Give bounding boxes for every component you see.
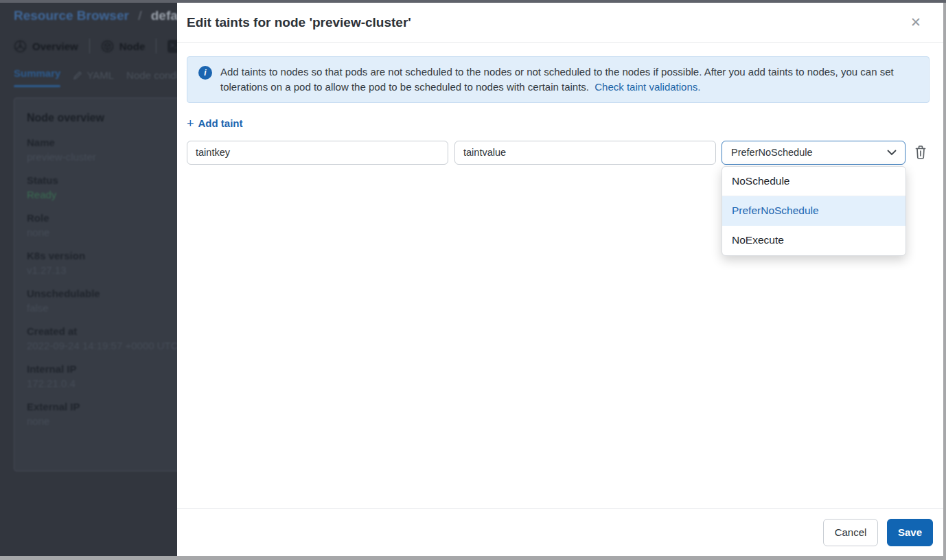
banner-message: Add taints to nodes so that pods are not… (220, 66, 894, 93)
taint-row: PreferNoSchedule NoSchedule PreferNoSche… (187, 141, 930, 165)
node-cube-icon (101, 40, 114, 53)
tab-overview[interactable]: Overview (14, 40, 78, 53)
taint-effect-selected-value: PreferNoSchedule (731, 147, 813, 158)
subtab-node-conditions[interactable]: Node conditions (126, 69, 177, 81)
add-taint-label: Add taint (198, 117, 243, 129)
field-value: preview-cluster (27, 151, 177, 163)
field-row: External IP none (27, 401, 177, 427)
subtab-yaml-label: YAML (86, 69, 114, 81)
pencil-icon (73, 71, 82, 80)
terminal-icon: >_ (168, 40, 177, 53)
cancel-button[interactable]: Cancel (823, 519, 878, 546)
field-row: Internal IP 172.21.0.4 (27, 363, 177, 389)
tab-terminal[interactable]: >_ (168, 40, 177, 53)
field-value: none (27, 415, 177, 427)
overview-icon (14, 40, 27, 53)
taint-key-input[interactable] (187, 141, 448, 165)
screen: Resource Browser / default Overview Node (0, 0, 946, 560)
info-icon: i (198, 66, 212, 80)
breadcrumb-separator: / (138, 8, 141, 23)
field-label: External IP (27, 401, 177, 412)
resource-tabs: Overview Node >_ (14, 38, 177, 54)
field-label: Name (27, 137, 177, 148)
field-value: false (27, 302, 177, 314)
field-value: Ready (27, 189, 177, 200)
field-row: Status Ready (27, 174, 177, 200)
edit-taints-modal: Edit taints for node 'preview-cluster' ✕… (177, 3, 943, 556)
add-taint-button[interactable]: + Add taint (187, 117, 243, 130)
info-banner: i Add taints to nodes so that pods are n… (187, 56, 930, 103)
breadcrumb-resource-browser-link[interactable]: Resource Browser (14, 8, 129, 23)
delete-taint-button[interactable] (912, 143, 930, 162)
close-icon[interactable]: ✕ (908, 13, 924, 32)
breadcrumb-current: default (151, 8, 177, 23)
modal-body: i Add taints to nodes so that pods are n… (177, 43, 943, 508)
field-value: 2022-09-24 14:19:57 +0000 UTC (27, 340, 177, 351)
field-row: Name preview-cluster (27, 137, 177, 163)
field-value: v1.27.13 (27, 264, 177, 276)
field-label: K8s version (27, 250, 177, 261)
node-overview-title: Node overview (27, 112, 177, 124)
tab-node[interactable]: Node (101, 40, 146, 53)
breadcrumb: Resource Browser / default (14, 8, 177, 23)
subtab-summary[interactable]: Summary (14, 67, 60, 83)
field-row: K8s version v1.27.13 (27, 250, 177, 276)
field-row: Role none (27, 212, 177, 238)
taint-effect-select[interactable]: PreferNoSchedule (722, 141, 905, 165)
modal-title: Edit taints for node 'preview-cluster' (187, 15, 411, 30)
field-label: Role (27, 212, 177, 224)
check-taint-validations-link[interactable]: Check taint validations. (595, 81, 700, 93)
window-top-edge (0, 0, 946, 3)
field-value: 172.21.0.4 (27, 377, 177, 389)
tab-node-label: Node (119, 40, 146, 52)
banner-text: Add taints to nodes so that pods are not… (220, 65, 918, 95)
subtab-yaml[interactable]: YAML (73, 69, 114, 81)
plus-icon: + (187, 117, 194, 130)
field-value: none (27, 226, 177, 238)
tab-divider (156, 38, 157, 54)
trash-icon (913, 144, 928, 161)
tab-divider (89, 38, 90, 54)
dropdown-option[interactable]: NoExecute (722, 226, 905, 255)
save-button[interactable]: Save (887, 519, 933, 546)
dimmed-background-page: Resource Browser / default Overview Node (0, 1, 177, 556)
modal-footer: Cancel Save (177, 508, 943, 556)
field-label: Created at (27, 325, 177, 337)
tab-overview-label: Overview (32, 40, 78, 52)
taint-effect-dropdown: NoSchedule PreferNoSchedule NoExecute (722, 166, 906, 256)
field-label: Status (27, 174, 177, 186)
modal-header: Edit taints for node 'preview-cluster' ✕ (177, 3, 943, 43)
node-overview-card: Node overview Name preview-cluster Statu… (14, 97, 177, 471)
field-label: Unschedulable (27, 288, 177, 299)
taint-value-input[interactable] (454, 141, 716, 165)
detail-subtabs: Summary YAML Node conditions (14, 67, 177, 83)
dropdown-option[interactable]: NoSchedule (722, 167, 905, 196)
dropdown-option[interactable]: PreferNoSchedule (722, 196, 905, 226)
field-row: Unschedulable false (27, 288, 177, 314)
taint-effect-select-wrap: PreferNoSchedule NoSchedule PreferNoSche… (722, 141, 905, 165)
field-row: Created at 2022-09-24 14:19:57 +0000 UTC (27, 325, 177, 351)
node-overview-fields: Name preview-cluster Status Ready Role n… (27, 137, 177, 427)
chevron-down-icon (887, 150, 897, 156)
field-label: Internal IP (27, 363, 177, 375)
